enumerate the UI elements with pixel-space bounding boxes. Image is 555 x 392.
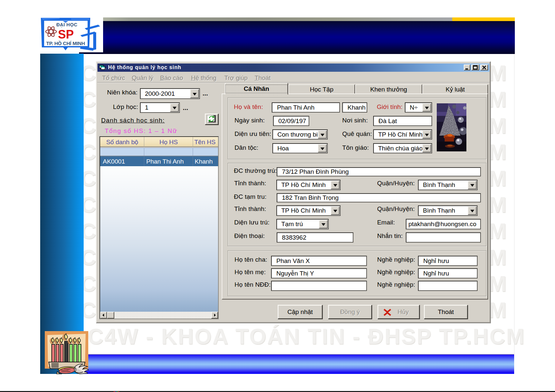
- svg-text:SP: SP: [58, 28, 74, 41]
- svg-text:ĐẠI HỌC: ĐẠI HỌC: [56, 22, 77, 27]
- svg-text:TP. HỒ CHÍ MINH: TP. HỒ CHÍ MINH: [46, 40, 85, 46]
